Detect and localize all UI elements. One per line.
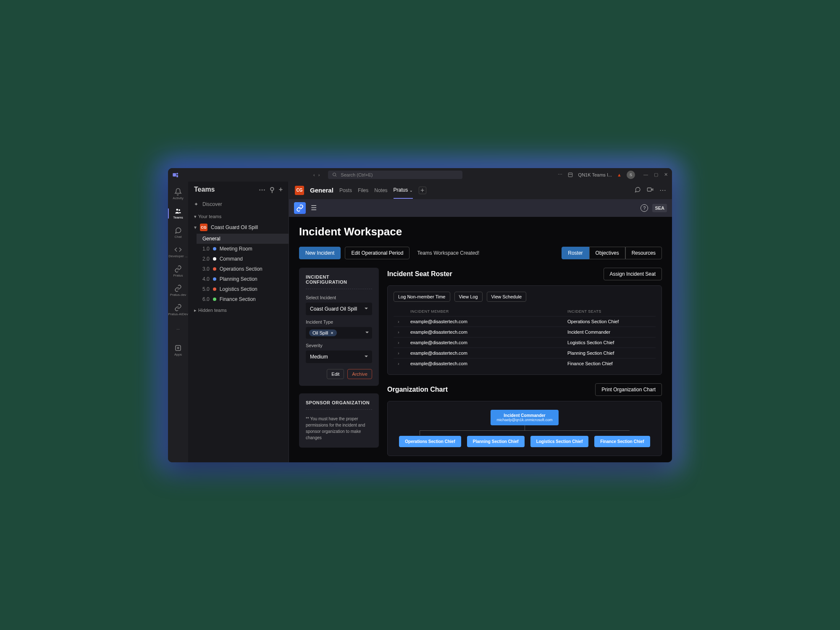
edit-period-button[interactable]: Edit Operational Period — [345, 247, 410, 259]
app-header: ☰ ? SEA — [289, 199, 672, 217]
chat-icon — [174, 227, 182, 234]
tab-posts[interactable]: Posts — [339, 182, 352, 198]
channel-item[interactable]: 4.0Planning Section — [197, 274, 289, 284]
print-org-button[interactable]: Print Organization Chart — [595, 383, 662, 396]
severity-dropdown[interactable]: Medium — [306, 351, 372, 363]
discover-link[interactable]: ✦ Discover — [188, 198, 289, 211]
team-name: Coast Guard Oil Spill — [211, 224, 258, 230]
org-picker-icon[interactable] — [567, 172, 573, 178]
view-tabs: Roster Objectives Resources — [562, 247, 662, 259]
more-icon[interactable]: ⋯ — [558, 172, 562, 177]
svg-point-1 — [176, 173, 178, 174]
more-icon: ⋯ — [176, 327, 180, 331]
new-incident-button[interactable]: New Incident — [299, 247, 341, 259]
search-input[interactable]: Search (Ctrl+E) — [328, 171, 462, 179]
titlebar: ‹ › Search (Ctrl+E) ⋯ QN1K Teams I... ▲ … — [168, 168, 672, 182]
avatar[interactable]: S — [627, 171, 635, 179]
archive-button[interactable]: Archive — [347, 369, 372, 379]
channel-item[interactable]: 5.0Logistics Section — [197, 284, 289, 294]
status-dot-icon — [213, 298, 216, 301]
close-icon[interactable]: ✕ — [664, 172, 668, 177]
tab-roster[interactable]: Roster — [562, 247, 589, 259]
rail-chat[interactable]: Chat — [168, 224, 188, 242]
content: Incident Workspace New Incident Edit Ope… — [289, 217, 672, 462]
view-log-button[interactable]: View Log — [454, 292, 483, 302]
sidebar-title: Teams — [194, 186, 215, 193]
channel-item[interactable]: General — [197, 234, 289, 244]
add-team-icon[interactable]: + — [279, 186, 283, 194]
message-icon[interactable] — [634, 186, 641, 193]
status-dot-icon — [213, 247, 216, 250]
expand-icon[interactable]: › — [398, 329, 399, 335]
rail-pratus[interactable]: Pratus — [168, 262, 188, 281]
org-node[interactable]: Planning Section Chief — [467, 436, 525, 447]
add-tab-button[interactable]: + — [419, 187, 426, 194]
team-item[interactable]: ▾ CG Coast Guard Oil Spill — [188, 221, 289, 234]
edit-button[interactable]: Edit — [327, 369, 344, 379]
more-icon[interactable]: ⋯ — [659, 186, 666, 194]
sparkle-icon: ✦ — [194, 201, 198, 207]
tab-notes[interactable]: Notes — [374, 182, 387, 198]
rail-pratus-dev[interactable]: Pratus-dev — [168, 282, 188, 300]
tab-files[interactable]: Files — [358, 182, 368, 198]
rail-more[interactable]: ⋯ — [168, 320, 188, 339]
rail-activity[interactable]: Activity — [168, 185, 188, 203]
select-incident-dropdown[interactable]: Coast Guard Oil Spill — [306, 303, 372, 315]
maximize-icon[interactable]: ▢ — [654, 172, 658, 177]
tab-objectives[interactable]: Objectives — [589, 247, 625, 259]
rail-pratus-aidev[interactable]: Pratus-AIDev — [168, 301, 188, 319]
channel-item[interactable]: 1.0Meeting Room — [197, 244, 289, 254]
expand-icon[interactable]: › — [398, 351, 399, 356]
nav-forward-icon[interactable]: › — [318, 172, 320, 177]
org-node[interactable]: Operations Section Chief — [399, 436, 461, 447]
your-teams-section[interactable]: ▾ Your teams — [188, 211, 289, 221]
minimize-icon[interactable]: — — [643, 172, 648, 177]
seat-cell: Finance Section Chief — [567, 361, 651, 366]
remove-tag-icon[interactable]: × — [331, 330, 333, 335]
incident-type-input[interactable]: Oil Spill × — [306, 327, 372, 339]
channel-item[interactable]: 3.0Operations Section — [197, 264, 289, 274]
org-node[interactable]: Finance Section Chief — [594, 436, 650, 447]
log-time-button[interactable]: Log Non-member Time — [394, 292, 450, 302]
table-row: › example@disastertech.com Planning Sect… — [394, 348, 656, 358]
chevron-down-icon: ▾ — [194, 224, 197, 230]
sponsor-title: SPONSOR ORGANIZATION — [306, 400, 372, 410]
org-node-commander[interactable]: Incident Commander michaelp@qn1k.onmicro… — [491, 410, 558, 425]
org-node[interactable]: Logistics Section Chief — [530, 436, 589, 447]
teams-window: ‹ › Search (Ctrl+E) ⋯ QN1K Teams I... ▲ … — [168, 168, 672, 462]
view-schedule-button[interactable]: View Schedule — [487, 292, 527, 302]
rail-apps[interactable]: Apps — [168, 341, 188, 360]
bell-icon — [174, 188, 182, 195]
workspace-status: Teams Workspace Created! — [417, 250, 479, 256]
nav-back-icon[interactable]: ‹ — [313, 172, 315, 177]
more-icon[interactable]: ⋯ — [259, 186, 265, 194]
seat-cell: Incident Commander — [567, 329, 651, 335]
hamburger-icon[interactable]: ☰ — [311, 204, 317, 212]
table-row: › example@disastertech.com Operations Se… — [394, 316, 656, 327]
org-label[interactable]: QN1K Teams I... — [578, 172, 612, 177]
status-dot-icon — [213, 257, 216, 261]
channel-header: CG General Posts Files Notes Pratus ⌄ + … — [289, 182, 672, 199]
rail-developer[interactable]: Developer ... — [168, 243, 188, 261]
org-chart-title: Organization Chart — [387, 386, 448, 393]
filter-icon[interactable]: ⚲ — [270, 186, 275, 194]
status-dot-icon — [213, 267, 216, 271]
channel-item[interactable]: 2.0Command — [197, 254, 289, 264]
expand-icon[interactable]: › — [398, 319, 399, 324]
expand-icon[interactable]: › — [398, 340, 399, 345]
rail-teams[interactable]: Teams — [168, 204, 188, 223]
video-icon[interactable] — [647, 186, 654, 193]
help-icon[interactable]: ? — [640, 204, 648, 212]
search-placeholder: Search (Ctrl+E) — [341, 172, 373, 177]
tab-pratus[interactable]: Pratus ⌄ — [394, 182, 413, 199]
chevron-down-icon — [365, 332, 369, 335]
expand-icon[interactable]: › — [398, 361, 399, 366]
select-incident-label: Select Incident — [306, 295, 372, 300]
svg-rect-4 — [568, 173, 572, 177]
hidden-teams-section[interactable]: ▸ Hidden teams — [188, 304, 289, 315]
channel-label: General — [202, 236, 220, 242]
channel-item[interactable]: 6.0Finance Section — [197, 294, 289, 304]
tab-resources[interactable]: Resources — [625, 247, 662, 259]
assign-seat-button[interactable]: Assign Incident Seat — [604, 268, 662, 280]
user-badge[interactable]: SEA — [652, 204, 667, 212]
